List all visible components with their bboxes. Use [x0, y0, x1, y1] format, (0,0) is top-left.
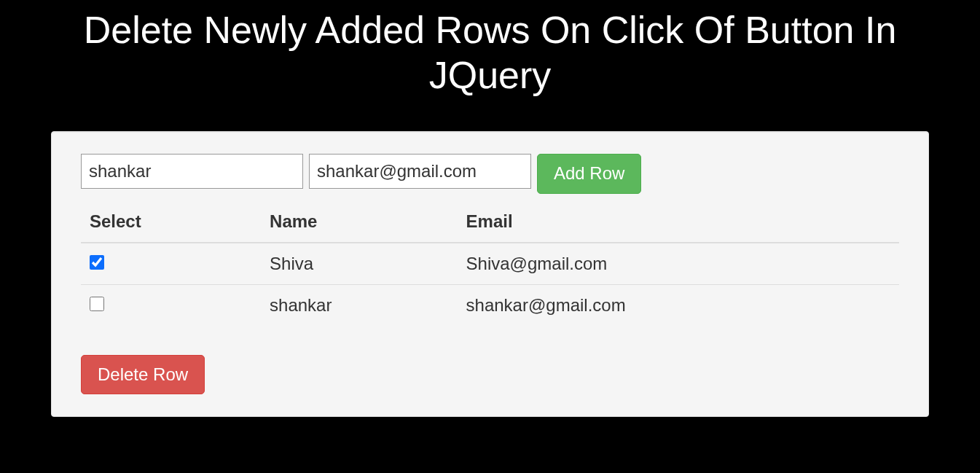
row-select-checkbox[interactable]: [90, 297, 104, 311]
delete-row-button[interactable]: Delete Row: [81, 355, 205, 395]
email-input[interactable]: [309, 154, 531, 189]
row-name-cell: Shiva: [261, 243, 458, 285]
name-input[interactable]: [81, 154, 303, 189]
row-select-cell: [81, 243, 261, 285]
row-name-cell: shankar: [261, 284, 458, 326]
col-header-select: Select: [81, 201, 261, 243]
page-title: Delete Newly Added Rows On Click Of Butt…: [0, 0, 980, 98]
row-select-checkbox[interactable]: [90, 255, 104, 270]
main-panel: Add Row Select Name Email ShivaShiva@gma…: [51, 131, 929, 418]
table-body: ShivaShiva@gmail.comshankarshankar@gmail…: [81, 243, 899, 326]
add-row-form: Add Row: [81, 154, 899, 194]
data-table: Select Name Email ShivaShiva@gmail.comsh…: [81, 201, 899, 326]
add-row-button[interactable]: Add Row: [537, 154, 641, 194]
col-header-name: Name: [261, 201, 458, 243]
row-email-cell: Shiva@gmail.com: [458, 243, 899, 285]
col-header-email: Email: [458, 201, 899, 243]
table-row: shankarshankar@gmail.com: [81, 284, 899, 326]
row-select-cell: [81, 284, 261, 326]
row-email-cell: shankar@gmail.com: [458, 284, 899, 326]
table-row: ShivaShiva@gmail.com: [81, 243, 899, 285]
